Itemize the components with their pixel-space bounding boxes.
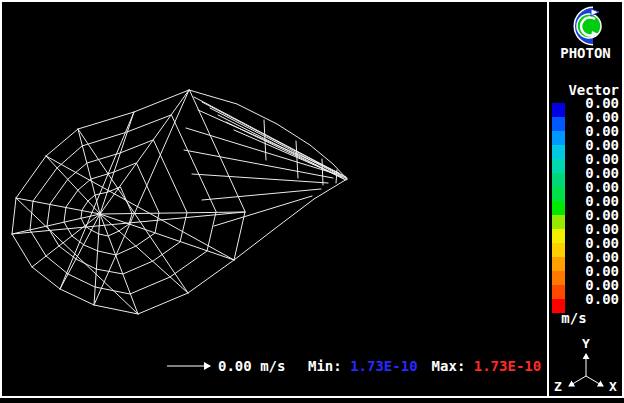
legend-value: 0.00 — [573, 138, 619, 152]
legend-swatch — [552, 215, 565, 229]
legend-value: 0.00 — [573, 292, 619, 306]
legend-value: 0.00 — [573, 124, 619, 138]
legend-swatch — [552, 159, 565, 173]
min-value: 1.73E-10 — [350, 359, 417, 373]
legend-swatch — [552, 103, 565, 117]
legend-value: 0.00 — [573, 152, 619, 166]
legend-entries: 0.000.000.000.000.000.000.000.000.000.00… — [552, 103, 619, 313]
legend-swatch — [552, 131, 565, 145]
wireframe-mesh — [2, 2, 545, 396]
legend-swatch — [552, 271, 565, 285]
legend-swatch — [552, 201, 565, 215]
legend-value: 0.00 — [573, 208, 619, 222]
photon-window: 0.00 m/s Min: 1.73E-10 Max: 1.73E-10 PHO — [0, 0, 624, 398]
legend-swatch — [552, 187, 565, 201]
legend-value: 0.00 — [573, 222, 619, 236]
legend-unit: m/s — [549, 311, 599, 325]
legend-swatch — [552, 173, 565, 187]
mesh-chords — [12, 90, 245, 314]
legend-value: 0.00 — [573, 278, 619, 292]
max-label: Max: — [432, 359, 466, 373]
legend-swatch — [552, 229, 565, 243]
legend-value: 0.00 — [573, 96, 619, 110]
photon-logo-icon — [565, 6, 605, 46]
scale-value: 0.00 m/s — [218, 359, 285, 373]
sidebar: PHOTON Vector 0.000.000.000.000.000.000.… — [549, 2, 622, 396]
vector-scale: 0.00 m/s — [166, 357, 285, 375]
legend-value: 0.00 — [573, 250, 619, 264]
axis-z-label: Z — [554, 379, 562, 394]
logo-label: PHOTON — [549, 46, 622, 60]
legend-value: 0.00 — [573, 194, 619, 208]
legend-value: 0.00 — [573, 166, 619, 180]
max-value: 1.73E-10 — [474, 359, 541, 373]
scale-arrow-icon — [166, 360, 214, 372]
minmax-readout: Min: 1.73E-10 Max: 1.73E-10 — [308, 357, 541, 375]
min-label: Min: — [308, 359, 342, 373]
axis-triad-icon: Y Z X — [549, 335, 622, 395]
legend-swatch — [552, 145, 565, 159]
legend-swatch — [552, 257, 565, 271]
axis-x-label: X — [609, 379, 617, 394]
legend-value: 0.00 — [573, 110, 619, 124]
viewport-canvas[interactable]: 0.00 m/s Min: 1.73E-10 Max: 1.73E-10 — [2, 2, 545, 396]
legend-swatch — [552, 285, 565, 299]
axis-y-label: Y — [582, 336, 590, 351]
legend-value: 0.00 — [573, 236, 619, 250]
legend-swatch — [552, 243, 565, 257]
legend-swatch — [552, 117, 565, 131]
legend-value: 0.00 — [573, 180, 619, 194]
legend-value: 0.00 — [573, 264, 619, 278]
